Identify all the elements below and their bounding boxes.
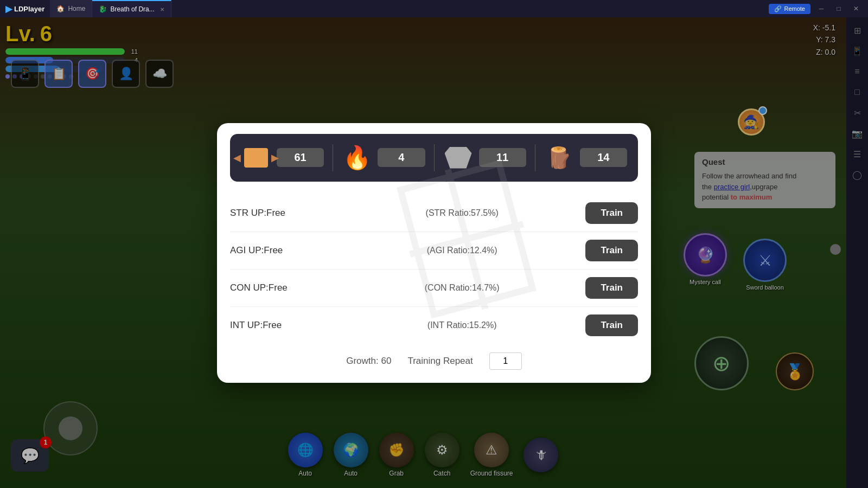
str-train-button[interactable]: Train <box>585 202 638 224</box>
remote-icon: 🔗 <box>774 5 782 12</box>
con-row: CON UP:Free (CON Ratio:14.7%) Train <box>230 269 638 307</box>
remote-button[interactable]: 🔗 Remote <box>769 4 810 14</box>
int-label: INT UP:Free <box>230 320 339 331</box>
agi-label: AGI UP:Free <box>230 245 339 256</box>
tab-game[interactable]: 🐉 Breath of Dra... ✕ <box>92 0 171 17</box>
app-logo: ▶ LDPlayer <box>0 4 50 14</box>
repeat-label: Training Repeat <box>407 356 473 367</box>
growth-value: 60 <box>381 356 392 366</box>
con-label: CON UP:Free <box>230 282 339 293</box>
int-ratio: (INT Ratio:15.2%) <box>344 320 580 330</box>
log-symbol: 🪵 <box>546 146 572 170</box>
stone-shape <box>445 147 472 169</box>
stone-value: 11 <box>479 148 526 167</box>
int-row: INT UP:Free (INT Ratio:15.2%) Train <box>230 307 638 344</box>
minimize-button[interactable]: ─ <box>815 2 828 15</box>
stone-icon <box>443 143 474 173</box>
dialog-overlay: ◀ ▶ 61 🔥 4 11 <box>0 17 868 488</box>
tab-close-btn[interactable]: ✕ <box>160 7 164 12</box>
agi-row: AGI UP:Free (AGI Ratio:12.4%) Train <box>230 232 638 269</box>
str-label: STR UP:Free <box>230 208 339 219</box>
app-name: LDPlayer <box>14 5 44 13</box>
home-icon: 🏠 <box>56 5 65 12</box>
int-train-button[interactable]: Train <box>585 314 638 336</box>
wood-left-arrow: ◀ <box>233 152 241 164</box>
dialog-bottom-row: Growth: 60 Training Repeat <box>230 352 638 370</box>
titlebar: ▶ LDPlayer 🏠 Home 🐉 Breath of Dra... ✕ 🔗… <box>0 0 868 17</box>
wood-value: 61 <box>277 148 324 167</box>
str-row: STR UP:Free (STR Ratio:57.5%) Train <box>230 195 638 232</box>
agi-ratio: (AGI Ratio:12.4%) <box>344 246 580 255</box>
wood-icon: ◀ ▶ <box>241 143 271 173</box>
str-ratio: (STR Ratio:57.5%) <box>344 208 580 218</box>
divider-3 <box>535 144 535 171</box>
growth-text: Growth: <box>346 356 379 366</box>
con-ratio: (CON Ratio:14.7%) <box>344 283 580 293</box>
repeat-input[interactable] <box>489 352 522 370</box>
close-button[interactable]: ✕ <box>850 2 863 15</box>
log-resource: 🪵 14 <box>544 143 627 173</box>
wood-block <box>244 148 268 168</box>
flame-resource: 🔥 4 <box>342 143 425 173</box>
wood-resource: ◀ ▶ 61 <box>241 143 324 173</box>
divider-2 <box>434 144 435 171</box>
tab-bar: 🏠 Home 🐉 Breath of Dra... ✕ <box>50 0 763 17</box>
log-icon: 🪵 <box>544 143 575 173</box>
game-tab-icon: 🐉 <box>99 5 107 13</box>
agi-train-button[interactable]: Train <box>585 240 638 261</box>
training-dialog: ◀ ▶ 61 🔥 4 11 <box>217 123 651 383</box>
stats-section: STR UP:Free (STR Ratio:57.5%) Train AGI … <box>230 195 638 344</box>
flame-value: 4 <box>378 148 425 167</box>
flame-symbol: 🔥 <box>343 144 371 171</box>
resources-bar: ◀ ▶ 61 🔥 4 11 <box>230 134 638 182</box>
titlebar-right: 🔗 Remote ─ □ ✕ <box>763 2 868 15</box>
stone-resource: 11 <box>443 143 526 173</box>
wood-right-arrow: ▶ <box>271 152 279 164</box>
remote-label: Remote <box>784 5 805 12</box>
growth-label: Growth: 60 <box>346 356 391 367</box>
tab-home[interactable]: 🏠 Home <box>50 0 92 17</box>
flame-icon: 🔥 <box>342 143 372 173</box>
divider-1 <box>333 144 333 171</box>
log-value: 14 <box>580 148 627 167</box>
con-train-button[interactable]: Train <box>585 277 638 299</box>
restore-button[interactable]: □ <box>832 2 845 15</box>
tab-home-label: Home <box>68 5 85 12</box>
tab-game-label: Breath of Dra... <box>110 5 154 13</box>
